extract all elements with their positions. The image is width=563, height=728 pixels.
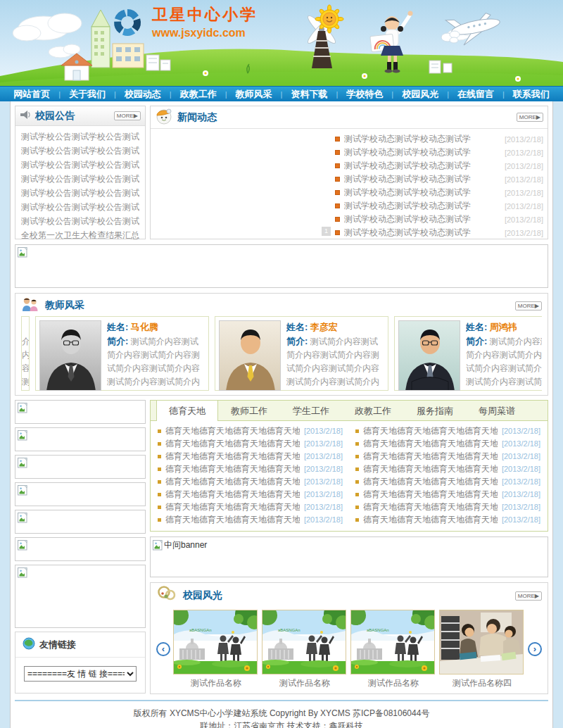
news-item-link[interactable]: 测试学校动态测试学校动态测试学 bbox=[344, 227, 499, 239]
announcement-item[interactable]: 测试学校公告测试学校公告测试学校公告 bbox=[21, 200, 139, 214]
news-row: 测试学校动态测试学校动态测试学[2013/2/18] bbox=[335, 226, 543, 239]
nav-item-7[interactable]: 校园风光 bbox=[393, 88, 447, 101]
sidebar-image-link[interactable] bbox=[15, 537, 146, 561]
gallery-more-button[interactable]: MORE▶ bbox=[515, 591, 542, 601]
gallery-item[interactable]: 测试作品名称四 bbox=[439, 610, 525, 688]
nav-item-0[interactable]: 网站首页 bbox=[5, 88, 58, 101]
tab-list-item-link[interactable]: 德育天地德育天地德育天地德育天地 bbox=[363, 451, 498, 463]
nav-item-9[interactable]: 联系我们 bbox=[505, 88, 558, 101]
middle-banner[interactable]: 中间banner bbox=[150, 536, 548, 577]
tab-list-item-link[interactable]: 德育天地德育天地德育天地德育天地 bbox=[165, 451, 300, 463]
announcement-item[interactable]: 测试学校公告测试学校公告测试学校公告 bbox=[21, 214, 139, 228]
gallery-item[interactable]: aBASNGAn测试作品名称 bbox=[262, 610, 348, 688]
sidebar-image-link[interactable] bbox=[15, 427, 146, 451]
news-item-link[interactable]: 测试学校动态测试学校动态测试学 bbox=[344, 200, 499, 212]
teachers-panel: 教师风采 MORE▶ 介内容测试简 姓名: 马化腾简介: 测试简介内容测试简介内… bbox=[15, 293, 548, 396]
tab-list-item-date: [2013/2/18] bbox=[502, 452, 540, 460]
teachers-scroller[interactable]: 介内容测试简 姓名: 马化腾简介: 测试简介内容测试简介内容测试简介内容测试简介… bbox=[21, 316, 542, 391]
sidebar-image-link[interactable] bbox=[15, 510, 146, 534]
tab-list-item-link[interactable]: 德育天地德育天地德育天地德育天地 bbox=[165, 501, 300, 513]
tab-list-item-link[interactable]: 德育天地德育天地德育天地德育天地 bbox=[363, 438, 498, 450]
gallery-item[interactable]: aBASNGAn测试作品名称 bbox=[173, 610, 259, 688]
tab-list-item-link[interactable]: 德育天地德育天地德育天地德育天地 bbox=[165, 476, 300, 488]
news-item-link[interactable]: 测试学校动态测试学校动态测试学 bbox=[344, 146, 499, 158]
teachers-more-button[interactable]: MORE▶ bbox=[515, 301, 542, 310]
teacher-photo bbox=[39, 320, 101, 391]
news-item-link[interactable]: 测试学校动态测试学校动态测试学 bbox=[344, 173, 499, 185]
news-item-date: [2013/2/18] bbox=[505, 202, 543, 211]
tab-list-item-link[interactable]: 德育天地德育天地德育天地德育天地 bbox=[363, 489, 498, 501]
nav-item-3[interactable]: 政教工作 bbox=[172, 88, 225, 101]
tab-list-item-link[interactable]: 德育天地德育天地德育天地德育天地 bbox=[363, 476, 498, 488]
nav-item-1[interactable]: 关于我们 bbox=[61, 88, 114, 101]
announcement-item[interactable]: 全校第一次卫生大检查结果汇总 bbox=[21, 228, 139, 242]
cartoon-face-icon bbox=[155, 108, 173, 127]
nav-item-8[interactable]: 在线留言 bbox=[449, 88, 502, 101]
gallery-prev-button[interactable]: ‹ bbox=[156, 642, 170, 656]
news-item-link[interactable]: 测试学校动态测试学校动态测试学 bbox=[344, 160, 499, 172]
news-item-date: [2013/2/18] bbox=[505, 215, 543, 224]
news-more-button[interactable]: MORE▶ bbox=[517, 113, 543, 122]
tab-content: 德育天地德育天地德育天地德育天地[2013/2/18]德育天地德育天地德育天地德… bbox=[151, 421, 548, 531]
top-banner[interactable] bbox=[15, 244, 548, 288]
gallery-next-button[interactable]: › bbox=[528, 642, 542, 656]
tab-list-row: 德育天地德育天地德育天地德育天地[2013/2/18] bbox=[158, 475, 343, 488]
slideshow-page-button[interactable]: 1 bbox=[322, 227, 331, 236]
announcement-item[interactable]: 测试学校公告测试学校公告测试学校公告 bbox=[21, 172, 139, 186]
news-item-link[interactable]: 测试学校动态测试学校动态测试学 bbox=[344, 187, 499, 199]
teacher-card[interactable]: 姓名: 周鸿祎简介: 测试简介内容测试简介内容测试简介内容测试简介内容测试简介内… bbox=[394, 316, 542, 391]
news-item-date: [2013/2/18] bbox=[505, 162, 543, 170]
gallery-image: aBASNGAn bbox=[173, 610, 258, 674]
nav-item-5[interactable]: 资料下载 bbox=[282, 88, 336, 101]
bullet-icon bbox=[335, 137, 340, 142]
announcements-more-button[interactable]: MORE▶ bbox=[114, 111, 141, 120]
tabbed-panel: 德育天地教师工作学生工作政教工作服务指南每周菜谱 德育天地德育天地德育天地德育天… bbox=[150, 400, 548, 532]
rings-icon bbox=[156, 585, 177, 606]
tab-list-item-link[interactable]: 德育天地德育天地德育天地德育天地 bbox=[165, 514, 300, 526]
tab-3[interactable]: 政教工作 bbox=[342, 401, 404, 420]
news-item-link[interactable]: 测试学校动态测试学校动态测试学 bbox=[344, 133, 499, 145]
sidebar-image-link[interactable] bbox=[15, 400, 146, 424]
tab-list-item-link[interactable]: 德育天地德育天地德育天地德育天地 bbox=[165, 438, 300, 450]
teacher-card[interactable]: 姓名: 李彦宏简介: 测试简介内容测试简介内容测试简介内容测试简介内容测试简介内… bbox=[215, 316, 388, 391]
nav-item-6[interactable]: 学校特色 bbox=[338, 88, 391, 101]
tab-list-item-date: [2013/2/18] bbox=[502, 427, 540, 435]
tab-1[interactable]: 教师工作 bbox=[218, 401, 280, 420]
bullet-icon bbox=[355, 429, 359, 433]
svg-text:aBASNGAn: aBASNGAn bbox=[278, 628, 301, 632]
tab-4[interactable]: 服务指南 bbox=[404, 401, 466, 420]
nav-item-4[interactable]: 教师风采 bbox=[227, 88, 281, 101]
tab-list-item-link[interactable]: 德育天地德育天地德育天地德育天地 bbox=[363, 501, 498, 513]
announcement-item[interactable]: 测试学校公告测试学校公告测试学校公告 bbox=[21, 186, 139, 200]
tab-5[interactable]: 每周菜谱 bbox=[466, 401, 528, 420]
tab-list-row: 德育天地德育天地德育天地德育天地[2013/2/18] bbox=[355, 501, 540, 513]
gallery-item[interactable]: aBASNGAn测试作品名称 bbox=[350, 610, 436, 688]
announcement-item[interactable]: 测试学校公告测试学校公告测试学校公告 bbox=[21, 158, 139, 172]
announcement-item[interactable]: 测试学校公告测试学校公告测试学校公告 bbox=[21, 130, 139, 144]
news-slideshow[interactable]: 1 bbox=[151, 129, 335, 238]
tab-list-item-link[interactable]: 德育天地德育天地德育天地德育天地 bbox=[363, 514, 498, 526]
tab-list-row: 德育天地德育天地德育天地德育天地[2013/2/18] bbox=[355, 450, 540, 463]
tab-0[interactable]: 德育天地 bbox=[156, 401, 218, 421]
site-logo[interactable]: 卫星中心小学 www.jsxyidc.com bbox=[111, 6, 258, 39]
sidebar-image-link[interactable] bbox=[15, 565, 146, 628]
tab-bar: 德育天地教师工作学生工作政教工作服务指南每周菜谱 bbox=[151, 401, 548, 421]
friend-links-select[interactable]: ========友 情 链 接======= bbox=[24, 666, 137, 682]
gallery-image: aBASNGAn bbox=[350, 610, 435, 674]
news-item-link[interactable]: 测试学校动态测试学校动态测试学 bbox=[344, 213, 499, 225]
tab-list-item-link[interactable]: 德育天地德育天地德育天地德育天地 bbox=[165, 489, 300, 501]
teachers-title: 教师风采 bbox=[45, 299, 84, 312]
tab-list-item-link[interactable]: 德育天地德育天地德育天地德育天地 bbox=[363, 425, 498, 437]
tab-list-item-link[interactable]: 德育天地德育天地德育天地德育天地 bbox=[165, 425, 300, 437]
news-item-date: [2013/2/18] bbox=[505, 149, 543, 157]
nav-item-2[interactable]: 校园动态 bbox=[116, 88, 170, 101]
sidebar-image-link[interactable] bbox=[15, 482, 146, 506]
sidebar-image-link[interactable] bbox=[15, 455, 146, 479]
tab-list-item-date: [2013/2/18] bbox=[304, 515, 343, 524]
tab-list-item-link[interactable]: 德育天地德育天地德育天地德育天地 bbox=[363, 463, 498, 475]
tab-list-item-link[interactable]: 德育天地德育天地德育天地德育天地 bbox=[165, 463, 300, 475]
announcement-item[interactable]: 测试学校公告测试学校公告测试学校公告 bbox=[21, 144, 139, 158]
tab-2[interactable]: 学生工作 bbox=[280, 401, 342, 420]
teacher-card[interactable]: 姓名: 马化腾简介: 测试简介内容测试简介内容测试简介内容测试简介内容测试简介内… bbox=[35, 316, 209, 391]
content-wrapper: 校园公告 MORE▶ 测试学校公告测试学校公告测试学校公告测试学校公告测试学校公… bbox=[10, 101, 553, 728]
